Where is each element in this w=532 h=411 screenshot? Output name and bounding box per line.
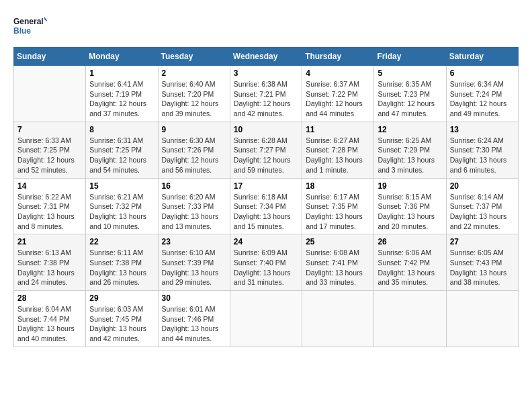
week-row-2: 7Sunrise: 6:33 AMSunset: 7:25 PMDaylight… [14, 122, 519, 178]
day-number: 29 [89, 293, 154, 303]
day-info: Sunrise: 6:21 AMSunset: 7:32 PMDaylight:… [89, 192, 154, 232]
day-info: Sunrise: 6:08 AMSunset: 7:41 PMDaylight:… [306, 248, 370, 287]
svg-text:General: General [13, 17, 44, 26]
day-info: Sunrise: 6:31 AMSunset: 7:25 PMDaylight:… [89, 136, 154, 175]
calendar-cell: 28Sunrise: 6:04 AMSunset: 7:44 PMDayligh… [14, 291, 86, 347]
calendar-cell [230, 291, 302, 347]
day-info: Sunrise: 6:03 AMSunset: 7:45 PMDaylight:… [89, 304, 154, 344]
calendar-cell: 18Sunrise: 6:17 AMSunset: 7:35 PMDayligh… [302, 178, 374, 234]
calendar-cell: 3Sunrise: 6:38 AMSunset: 7:21 PMDaylight… [230, 66, 302, 122]
calendar-cell [446, 291, 518, 347]
day-info: Sunrise: 6:40 AMSunset: 7:20 PMDaylight:… [162, 79, 226, 119]
calendar-cell [374, 291, 446, 347]
day-number: 10 [234, 125, 298, 134]
day-info: Sunrise: 6:09 AMSunset: 7:40 PMDaylight:… [234, 248, 298, 287]
calendar-table: SundayMondayTuesdayWednesdayThursdayFrid… [13, 47, 519, 347]
calendar-cell: 27Sunrise: 6:05 AMSunset: 7:43 PMDayligh… [446, 234, 518, 291]
day-header-thursday: Thursday [302, 48, 374, 66]
day-header-wednesday: Wednesday [230, 48, 302, 66]
calendar-cell: 15Sunrise: 6:21 AMSunset: 7:32 PMDayligh… [86, 178, 158, 234]
day-number: 7 [17, 125, 82, 134]
day-header-sunday: Sunday [14, 48, 86, 66]
calendar-cell [302, 291, 374, 347]
day-info: Sunrise: 6:05 AMSunset: 7:43 PMDaylight:… [450, 248, 515, 287]
day-number: 12 [378, 125, 442, 134]
day-info: Sunrise: 6:10 AMSunset: 7:39 PMDaylight:… [162, 248, 226, 287]
day-number: 16 [162, 181, 226, 191]
calendar-cell: 20Sunrise: 6:14 AMSunset: 7:37 PMDayligh… [446, 178, 518, 234]
calendar-cell: 10Sunrise: 6:28 AMSunset: 7:27 PMDayligh… [230, 122, 302, 178]
day-number: 8 [89, 125, 154, 134]
calendar-cell: 5Sunrise: 6:35 AMSunset: 7:23 PMDaylight… [374, 66, 446, 122]
day-number: 30 [162, 293, 226, 303]
calendar-cell: 9Sunrise: 6:30 AMSunset: 7:26 PMDaylight… [158, 122, 230, 178]
svg-text:Blue: Blue [13, 26, 31, 36]
logo-icon: General Blue [13, 13, 47, 40]
day-header-tuesday: Tuesday [158, 48, 230, 66]
calendar-cell: 25Sunrise: 6:08 AMSunset: 7:41 PMDayligh… [302, 234, 374, 291]
day-number: 3 [234, 68, 298, 78]
week-row-3: 14Sunrise: 6:22 AMSunset: 7:31 PMDayligh… [14, 178, 519, 234]
day-header-saturday: Saturday [446, 48, 518, 66]
calendar-cell: 7Sunrise: 6:33 AMSunset: 7:25 PMDaylight… [14, 122, 86, 178]
page-header: General Blue [13, 13, 519, 40]
day-info: Sunrise: 6:27 AMSunset: 7:28 PMDaylight:… [306, 136, 370, 175]
calendar-cell: 16Sunrise: 6:20 AMSunset: 7:33 PMDayligh… [158, 178, 230, 234]
calendar-cell [14, 66, 86, 122]
calendar-cell: 14Sunrise: 6:22 AMSunset: 7:31 PMDayligh… [14, 178, 86, 234]
day-number: 26 [378, 237, 442, 246]
day-info: Sunrise: 6:14 AMSunset: 7:37 PMDaylight:… [450, 192, 515, 232]
day-number: 9 [162, 125, 226, 134]
calendar-cell: 8Sunrise: 6:31 AMSunset: 7:25 PMDaylight… [86, 122, 158, 178]
day-number: 23 [162, 237, 226, 246]
day-info: Sunrise: 6:41 AMSunset: 7:19 PMDaylight:… [89, 79, 154, 119]
day-info: Sunrise: 6:25 AMSunset: 7:29 PMDaylight:… [378, 136, 442, 175]
calendar-cell: 17Sunrise: 6:18 AMSunset: 7:34 PMDayligh… [230, 178, 302, 234]
day-header-monday: Monday [86, 48, 158, 66]
calendar-cell: 26Sunrise: 6:06 AMSunset: 7:42 PMDayligh… [374, 234, 446, 291]
day-info: Sunrise: 6:33 AMSunset: 7:25 PMDaylight:… [17, 136, 82, 175]
day-number: 19 [378, 181, 442, 191]
day-info: Sunrise: 6:30 AMSunset: 7:26 PMDaylight:… [162, 136, 226, 175]
day-number: 18 [306, 181, 370, 191]
day-number: 6 [450, 68, 515, 78]
day-number: 13 [450, 125, 515, 134]
week-row-5: 28Sunrise: 6:04 AMSunset: 7:44 PMDayligh… [14, 291, 519, 347]
day-number: 11 [306, 125, 370, 134]
day-info: Sunrise: 6:01 AMSunset: 7:46 PMDaylight:… [162, 304, 226, 344]
day-number: 27 [450, 237, 515, 246]
day-info: Sunrise: 6:04 AMSunset: 7:44 PMDaylight:… [17, 304, 82, 344]
day-number: 25 [306, 237, 370, 246]
day-info: Sunrise: 6:28 AMSunset: 7:27 PMDaylight:… [234, 136, 298, 175]
calendar-cell: 2Sunrise: 6:40 AMSunset: 7:20 PMDaylight… [158, 66, 230, 122]
day-info: Sunrise: 6:37 AMSunset: 7:22 PMDaylight:… [306, 79, 370, 119]
calendar-cell: 22Sunrise: 6:11 AMSunset: 7:38 PMDayligh… [86, 234, 158, 291]
day-number: 14 [17, 181, 82, 191]
day-number: 5 [378, 68, 442, 78]
day-info: Sunrise: 6:06 AMSunset: 7:42 PMDaylight:… [378, 248, 442, 287]
day-info: Sunrise: 6:34 AMSunset: 7:24 PMDaylight:… [450, 79, 515, 119]
logo: General Blue [13, 13, 47, 40]
day-info: Sunrise: 6:13 AMSunset: 7:38 PMDaylight:… [17, 248, 82, 287]
day-number: 15 [89, 181, 154, 191]
day-header-friday: Friday [374, 48, 446, 66]
calendar-cell: 1Sunrise: 6:41 AMSunset: 7:19 PMDaylight… [86, 66, 158, 122]
calendar-cell: 19Sunrise: 6:15 AMSunset: 7:36 PMDayligh… [374, 178, 446, 234]
day-number: 1 [89, 68, 154, 78]
day-info: Sunrise: 6:38 AMSunset: 7:21 PMDaylight:… [234, 79, 298, 119]
calendar-cell: 13Sunrise: 6:24 AMSunset: 7:30 PMDayligh… [446, 122, 518, 178]
day-info: Sunrise: 6:24 AMSunset: 7:30 PMDaylight:… [450, 136, 515, 175]
day-number: 17 [234, 181, 298, 191]
day-number: 4 [306, 68, 370, 78]
day-number: 2 [162, 68, 226, 78]
calendar-cell: 12Sunrise: 6:25 AMSunset: 7:29 PMDayligh… [374, 122, 446, 178]
day-info: Sunrise: 6:35 AMSunset: 7:23 PMDaylight:… [378, 79, 442, 119]
day-info: Sunrise: 6:15 AMSunset: 7:36 PMDaylight:… [378, 192, 442, 232]
day-info: Sunrise: 6:17 AMSunset: 7:35 PMDaylight:… [306, 192, 370, 232]
day-info: Sunrise: 6:11 AMSunset: 7:38 PMDaylight:… [89, 248, 154, 287]
calendar-cell: 30Sunrise: 6:01 AMSunset: 7:46 PMDayligh… [158, 291, 230, 347]
day-info: Sunrise: 6:20 AMSunset: 7:33 PMDaylight:… [162, 192, 226, 232]
calendar-cell: 21Sunrise: 6:13 AMSunset: 7:38 PMDayligh… [14, 234, 86, 291]
calendar-cell: 29Sunrise: 6:03 AMSunset: 7:45 PMDayligh… [86, 291, 158, 347]
calendar-cell: 23Sunrise: 6:10 AMSunset: 7:39 PMDayligh… [158, 234, 230, 291]
